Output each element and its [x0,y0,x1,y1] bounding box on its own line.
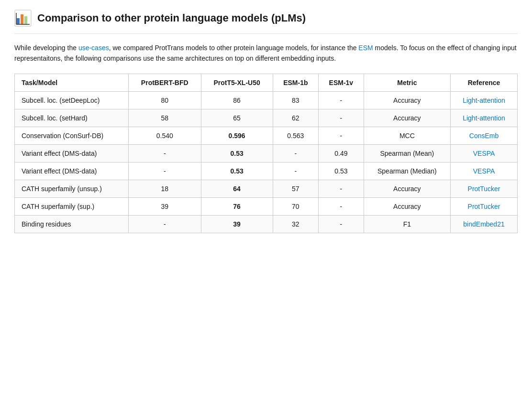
cell-metric: F1 [364,215,450,233]
col-header-reference: Reference [451,74,518,91]
cell-esm1v: - [319,180,364,197]
cell-protbert: - [128,144,201,162]
cell-esm1v: - [319,127,364,144]
cell-task: Subcell. loc. (setDeepLoc) [15,91,129,109]
cell-esm1v: - [319,215,364,233]
col-header-metric: Metric [364,74,450,91]
col-header-prott5: ProtT5-XL-U50 [201,74,273,91]
cell-metric: Accuracy [364,91,450,109]
cell-metric: Spearman (Mean) [364,144,450,162]
reference-link[interactable]: Light-attention [463,97,505,104]
page-description: While developing the use-cases, we compa… [14,43,518,64]
cell-prott5: 0.53 [201,144,273,162]
col-header-esm1b: ESM-1b [273,74,318,91]
cell-reference: ProtTucker [451,197,518,215]
cell-protbert: 0.540 [128,127,201,144]
reference-link[interactable]: ProtTucker [468,185,500,193]
cell-task: Variant effect (DMS-data) [15,144,129,162]
cell-protbert: 80 [128,91,201,109]
page-title: Comparison to other protein language mod… [37,12,306,24]
cell-esm1b: 83 [273,91,318,109]
table-row: CATH superfamily (sup.)397670-AccuracyPr… [15,197,518,215]
cell-task: CATH superfamily (sup.) [15,197,129,215]
reference-link[interactable]: VESPA [473,150,495,157]
cell-prott5: 65 [201,109,273,127]
cell-esm1b: 0.563 [273,127,318,144]
cell-esm1v: 0.49 [319,144,364,162]
cell-protbert: - [128,162,201,180]
cell-prott5: 64 [201,180,273,197]
reference-link[interactable]: ProtTucker [468,203,500,210]
col-header-esm1v: ESM-1v [319,74,364,91]
cell-reference: ProtTucker [451,180,518,197]
cell-task: Subcell. loc. (setHard) [15,109,129,127]
table-row: Variant effect (DMS-data)-0.53-0.49Spear… [15,144,518,162]
cell-reference: VESPA [451,162,518,180]
cell-prott5: 39 [201,215,273,233]
cell-metric: Accuracy [364,197,450,215]
cell-prott5: 0.53 [201,162,273,180]
col-header-task: Task/Model [15,74,129,91]
cell-task: CATH superfamily (unsup.) [15,180,129,197]
cell-protbert: 58 [128,109,201,127]
cell-reference: Light-attention [451,109,518,127]
cell-reference: bindEmbed21 [451,215,518,233]
table-row: Conservation (ConSurf-DB)0.5400.5960.563… [15,127,518,144]
svg-rect-2 [21,14,23,24]
table-row: Subcell. loc. (setDeepLoc)808683-Accurac… [15,91,518,109]
svg-rect-3 [24,16,27,24]
col-header-protbert: ProtBERT-BFD [128,74,201,91]
chart-icon [14,10,32,27]
cell-esm1v: - [319,109,364,127]
cell-task: Conservation (ConSurf-DB) [15,127,129,144]
table-row: Variant effect (DMS-data)-0.53-0.53Spear… [15,162,518,180]
cell-prott5: 0.596 [201,127,273,144]
cell-esm1b: 70 [273,197,318,215]
cell-reference: VESPA [451,144,518,162]
cell-metric: Accuracy [364,180,450,197]
reference-link[interactable]: VESPA [473,167,495,175]
cell-esm1b: - [273,144,318,162]
cell-esm1v: - [319,197,364,215]
cell-task: Variant effect (DMS-data) [15,162,129,180]
cell-esm1b: 57 [273,180,318,197]
use-cases-link[interactable]: use-cases [78,44,109,52]
reference-link[interactable]: Light-attention [463,114,505,122]
table-header-row: Task/Model ProtBERT-BFD ProtT5-XL-U50 ES… [15,74,518,91]
comparison-table: Task/Model ProtBERT-BFD ProtT5-XL-U50 ES… [14,74,518,233]
cell-reference: ConsEmb [451,127,518,144]
table-row: Binding residues-3932-F1bindEmbed21 [15,215,518,233]
cell-metric: MCC [364,127,450,144]
reference-link[interactable]: bindEmbed21 [463,220,504,228]
cell-esm1v: 0.53 [319,162,364,180]
cell-protbert: 39 [128,197,201,215]
cell-esm1b: 32 [273,215,318,233]
cell-esm1b: - [273,162,318,180]
cell-reference: Light-attention [451,91,518,109]
page-header: Comparison to other protein language mod… [14,10,518,34]
cell-metric: Spearman (Median) [364,162,450,180]
reference-link[interactable]: ConsEmb [469,132,499,140]
cell-protbert: - [128,215,201,233]
table-row: Subcell. loc. (setHard)586562-AccuracyLi… [15,109,518,127]
cell-prott5: 76 [201,197,273,215]
cell-metric: Accuracy [364,109,450,127]
cell-esm1b: 62 [273,109,318,127]
svg-rect-1 [17,18,20,24]
cell-task: Binding residues [15,215,129,233]
cell-protbert: 18 [128,180,201,197]
table-row: CATH superfamily (unsup.)186457-Accuracy… [15,180,518,197]
cell-esm1v: - [319,91,364,109]
cell-prott5: 86 [201,91,273,109]
esm-link[interactable]: ESM [358,44,373,52]
